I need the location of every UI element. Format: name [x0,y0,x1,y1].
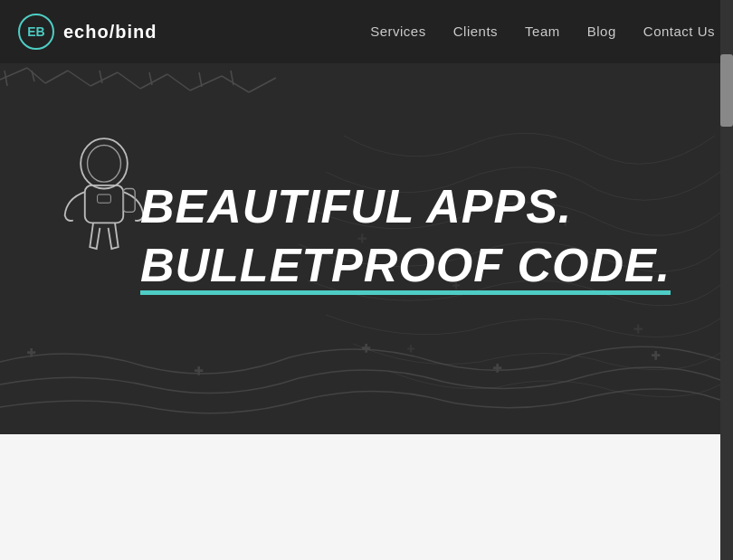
hero-text-block: BEAUTIFUL APPS. BULLETPROOF CODE. [140,181,684,291]
nav-links: Services Clients Team Blog Contact Us [370,24,715,40]
svg-text:+: + [27,345,35,360]
svg-line-9 [90,72,118,86]
nav-link-contact[interactable]: Contact Us [643,24,715,39]
svg-text:+: + [652,347,660,363]
scrollbar-thumb[interactable] [720,54,733,127]
nav-item-blog[interactable]: Blog [587,24,616,40]
nav-item-clients[interactable]: Clients [453,24,498,40]
svg-line-10 [118,72,140,89]
nav-item-services[interactable]: Services [370,24,426,40]
svg-line-5 [0,68,27,80]
svg-text:+: + [407,341,414,356]
svg-text:+: + [362,340,370,356]
nav-link-services[interactable]: Services [370,24,426,39]
logo-area[interactable]: EB echo/bind [18,14,157,50]
nav-link-blog[interactable]: Blog [587,24,616,39]
svg-line-13 [190,76,222,90]
svg-text:+: + [195,363,203,378]
nav-link-clients[interactable]: Clients [453,24,498,39]
navbar: EB echo/bind Services Clients Team Blog … [0,0,733,63]
hero-title-line2: BULLETPROOF CODE. [140,240,671,291]
nav-item-team[interactable]: Team [525,24,560,40]
nav-link-team[interactable]: Team [525,24,560,39]
svg-text:+: + [633,320,643,338]
svg-text:+: + [493,360,501,375]
logo-icon-text: EB [27,24,44,39]
svg-line-20 [199,72,202,87]
svg-line-11 [140,74,167,89]
nav-item-contact[interactable]: Contact Us [643,24,715,40]
below-fold-section [0,434,720,560]
svg-line-12 [167,74,190,90]
svg-line-14 [222,76,249,92]
hero-section: + + + + + [0,63,720,434]
svg-line-6 [27,68,45,83]
scrollbar-track[interactable] [720,0,733,560]
logo-text: echo/bind [63,22,157,43]
svg-line-7 [45,71,68,83]
svg-line-8 [68,71,90,86]
svg-line-16 [5,71,7,86]
logo-icon: EB [18,14,54,50]
svg-line-15 [249,78,276,92]
hero-title-line1: BEAUTIFUL APPS. [140,181,684,233]
